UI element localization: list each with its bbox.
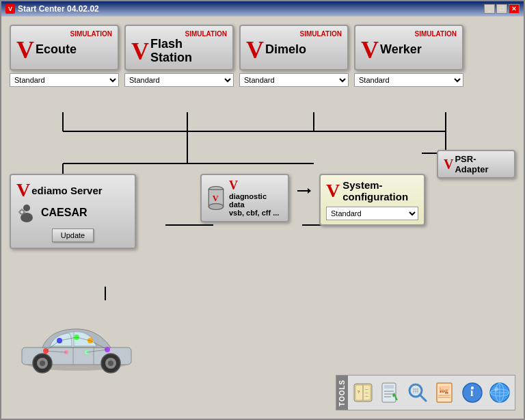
tools-icons: ? --- --- --- [348, 378, 515, 408]
module-ecoute[interactable]: SIMULATION V Ecoute [10, 25, 119, 70]
dropdowns-row: Standard Standard Standard Standard [10, 73, 515, 87]
main-content: SIMULATION V Ecoute SIMULATION V Flash S… [1, 16, 524, 419]
book-icon[interactable]: ? --- --- --- [351, 380, 375, 405]
server-title: V ediamo Server [16, 181, 129, 200]
svg-text:---: --- [365, 394, 368, 398]
server-name: ediamo Server [31, 185, 102, 196]
info-icon[interactable]: i [460, 380, 485, 405]
modules-row: SIMULATION V Ecoute SIMULATION V Flash S… [10, 25, 515, 70]
car-area [12, 317, 142, 378]
window-title: Start Center 04.02.02 [18, 4, 99, 14]
server-box: V ediamo Server CAESAR [10, 174, 136, 249]
arrow-icon [297, 184, 311, 198]
werker-name: V Werker [361, 38, 457, 62]
title-bar-left: V Start Center 04.02.02 [5, 4, 99, 14]
flash-title: Flash Station [150, 38, 227, 65]
main-window: V Start Center 04.02.02 _ □ ✕ [0, 0, 525, 420]
flash-name: V Flash Station [131, 38, 227, 65]
title-controls: _ □ ✕ [484, 4, 520, 14]
flash-v: V [131, 39, 149, 64]
werker-dropdown-wrap: Standard [354, 73, 463, 87]
dimelo-dropdown-wrap: Standard [239, 73, 349, 87]
arrow-spacer [297, 174, 311, 198]
svg-point-13 [23, 205, 30, 211]
dimelo-dropdown[interactable]: Standard [239, 73, 349, 87]
flash-dropdown-wrap: Standard [124, 73, 234, 87]
ecoute-dropdown[interactable]: Standard [10, 73, 119, 87]
psr-v: V [444, 157, 453, 171]
svg-marker-25 [308, 188, 311, 194]
diag-text-block: V diagnostic datavsb, cbf, cff ... [229, 179, 284, 217]
ecoute-name: V Ecoute [16, 38, 112, 62]
title-bar: V Start Center 04.02.02 _ □ ✕ [1, 1, 524, 16]
caesar-label: CAESAR [41, 207, 88, 219]
sysconfig-title: V System- configuration [326, 179, 418, 202]
sysconfig-name: System- configuration [342, 179, 408, 202]
minimize-button[interactable]: _ [484, 4, 495, 14]
car-svg [12, 317, 142, 375]
tools-bar: TOOLS ? --- --- --- [336, 375, 515, 410]
svg-point-22 [208, 203, 223, 209]
dimelo-v: V [246, 38, 264, 62]
server-v: V [16, 181, 30, 200]
ecoute-dropdown-wrap: Standard [10, 73, 119, 87]
werker-v: V [361, 38, 379, 62]
caesar-row: CAESAR [16, 202, 129, 223]
svg-text:V: V [213, 194, 219, 203]
svg-point-15 [20, 210, 24, 214]
module-flash-station[interactable]: SIMULATION V Flash Station [124, 25, 234, 70]
close-button[interactable]: ✕ [509, 4, 520, 14]
werker-title: Werker [380, 43, 422, 57]
diagnostic-box[interactable]: V V diagnostic datavsb, cbf, cff ... [200, 174, 289, 222]
ecoute-v: V [16, 38, 34, 62]
log-icon[interactable]: log [433, 380, 457, 405]
checklist-icon[interactable] [378, 380, 403, 405]
maximize-button[interactable]: □ [496, 4, 507, 14]
module-werker[interactable]: SIMULATION V Werker [354, 25, 463, 70]
update-button[interactable]: Update [52, 228, 94, 242]
sysconfig-v: V [326, 181, 340, 200]
ecoute-title: Ecoute [36, 43, 77, 57]
search-magnifier-icon[interactable] [405, 380, 430, 405]
svg-point-82 [494, 387, 498, 391]
drum-icon: V [206, 185, 226, 212]
svg-point-33 [108, 360, 113, 366]
svg-rect-73 [439, 386, 450, 391]
dimelo-title: Dimelo [265, 43, 306, 57]
dimelo-name: V Dimelo [246, 38, 342, 62]
sysconfig-box[interactable]: V System- configuration Standard [319, 174, 425, 226]
caesar-icon [16, 202, 37, 223]
flash-dropdown[interactable]: Standard [124, 73, 234, 87]
tools-label: TOOLS [336, 376, 348, 410]
lower-section: V ediamo Server CAESAR [10, 174, 515, 249]
svg-point-76 [471, 386, 474, 389]
svg-point-30 [40, 360, 45, 366]
app-icon: V [5, 4, 15, 14]
sysconfig-dropdown[interactable]: Standard [326, 207, 418, 220]
svg-rect-57 [384, 385, 394, 389]
globe-icon[interactable] [487, 380, 512, 405]
diag-v: V [229, 179, 238, 192]
diag-text: diagnostic datavsb, cbf, cff ... [229, 192, 284, 217]
werker-dropdown[interactable]: Standard [354, 73, 463, 87]
psr-name: PSR-Adapter [455, 154, 509, 174]
svg-line-63 [420, 395, 426, 401]
module-dimelo[interactable]: SIMULATION V Dimelo [239, 25, 349, 70]
diag-content: V V diagnostic datavsb, cbf, cff ... [206, 179, 284, 217]
